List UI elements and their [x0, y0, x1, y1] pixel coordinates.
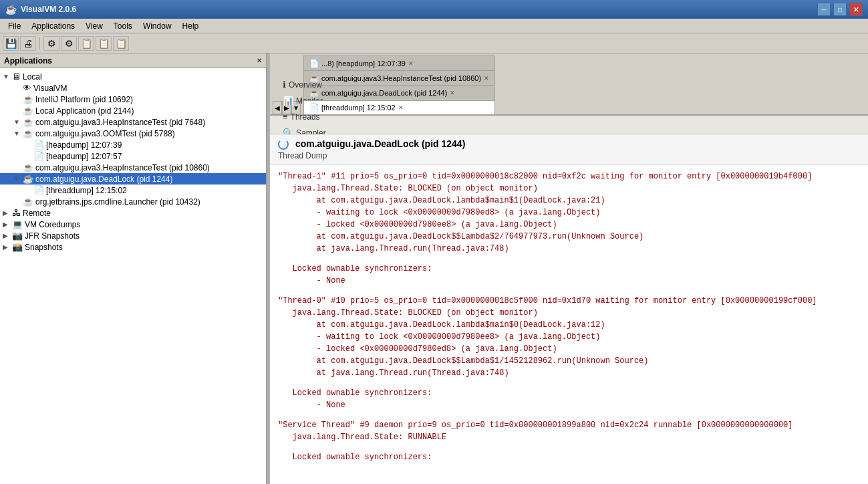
tree-item[interactable]: ▶💻VM Coredumps	[0, 219, 266, 230]
tree-node-label: Remote	[23, 209, 51, 218]
dump-line: - waiting to lock <0x00000000d7980ee8> (…	[278, 331, 860, 343]
tree-item[interactable]: 📄[heapdump] 12:07:57	[0, 150, 266, 162]
tab-heapdump_tab[interactable]: 📄...8) [heapdump] 12:07:39✕	[303, 55, 495, 70]
titlebar: ☕ VisualVM 2.0.6 ─ □ ✕	[0, 0, 868, 19]
tree-item[interactable]: 📄[threaddump] 12:15:02	[0, 185, 266, 196]
tree-item[interactable]: ▼☕com.atguigu.java3.OOMTest (pid 5788)	[0, 128, 266, 139]
menu-item-help[interactable]: Help	[177, 20, 204, 32]
tree-item[interactable]: ▶📷JFR Snapshots	[0, 230, 266, 241]
settings-button-2[interactable]: ⚙	[61, 36, 77, 51]
dump-line: Locked ownable synchronizers:	[278, 387, 860, 399]
menu-item-window[interactable]: Window	[138, 20, 177, 32]
tree-node-icon: 📄	[33, 140, 44, 150]
tree-toggle[interactable]: ▶	[3, 232, 12, 239]
tree-node-label: com.atguigu.java3.HeapInstanceTest (pid …	[35, 163, 210, 172]
subtab-icon-monitor: 📊	[283, 96, 293, 106]
print-button[interactable]: 🖨	[20, 36, 36, 51]
tree-toggle[interactable]: ▼	[3, 73, 12, 80]
tree-item[interactable]: 📄[heapdump] 12:07:39	[0, 139, 266, 150]
dump-line: at com.atguigu.java.DeadLock.lambda$main…	[278, 319, 860, 331]
tree-node-icon: 📄	[33, 151, 44, 161]
panel-header: Applications ✕	[0, 53, 266, 68]
clipboard-button-2[interactable]: 📋	[96, 36, 112, 51]
tree-item[interactable]: ▶📸Snapshots	[0, 241, 266, 253]
applications-tree[interactable]: ▼🖥Local 👁VisualVM ☕IntelliJ Platform (pi…	[0, 68, 266, 484]
toolbar-separator	[39, 37, 40, 49]
dump-label: Thread Dump	[278, 151, 860, 160]
tree-node-label: Local Application (pid 2144)	[35, 106, 134, 116]
tree-node-label: [heapdump] 12:07:57	[46, 152, 122, 161]
tab-icon: 📄	[309, 103, 319, 112]
thread-dump-header: com.atguigu.java.DeadLock (pid 1244) Thr…	[270, 134, 868, 165]
subtabs-row: ℹOverview📊Monitor≡Threads🔍Sampler🕐Profil…	[270, 116, 868, 134]
dump-line: at com.atguigu.java.DeadLock$$Lambda$2/7…	[278, 231, 860, 243]
tab-close-btn[interactable]: ✕	[484, 75, 489, 82]
dump-line: java.lang.Thread.State: BLOCKED (on obje…	[278, 183, 860, 195]
settings-button-1[interactable]: ⚙	[43, 36, 59, 51]
tree-toggle[interactable]: ▼	[13, 130, 23, 137]
clipboard-button-1[interactable]: 📋	[78, 36, 94, 51]
app-title: VisualVM 2.0.6	[21, 5, 817, 14]
maximize-button[interactable]: □	[833, 3, 847, 16]
clipboard-button-3[interactable]: 📋	[113, 36, 129, 51]
thread-dump-content[interactable]: "Thread-1" #11 prio=5 os_prio=0 tid=0x00…	[270, 165, 868, 484]
menu-item-applications[interactable]: Applications	[26, 20, 80, 32]
tab-threaddump_tab[interactable]: 📄[threaddump] 12:15:02✕	[303, 100, 495, 115]
tab-close-btn[interactable]: ✕	[450, 90, 455, 96]
blank-line	[278, 255, 860, 263]
tree-node-icon: 📸	[12, 242, 23, 252]
panel-close-icon[interactable]: ✕	[257, 57, 262, 64]
tree-toggle[interactable]: ▶	[3, 221, 12, 228]
save-button[interactable]: 💾	[3, 36, 19, 51]
tree-node-label: IntelliJ Platform (pid 10692)	[35, 95, 133, 104]
subtab-icon-overview: ℹ	[283, 80, 286, 90]
dump-line: Locked ownable synchronizers:	[278, 451, 860, 463]
dump-line: "Thread-1" #11 prio=5 os_prio=0 tid=0x00…	[278, 170, 860, 183]
tree-node-icon: ☕	[23, 197, 33, 207]
tree-node-label: [heapdump] 12:07:39	[46, 140, 122, 150]
app-process-name: com.atguigu.java.DeadLock (pid 1244)	[278, 138, 860, 150]
dump-line: java.lang.Thread.State: RUNNABLE	[278, 431, 860, 443]
tree-item[interactable]: ▼☕com.atguigu.java3.HeapInstanceTest (pi…	[0, 116, 266, 128]
tree-node-icon: ☕	[23, 117, 33, 127]
tree-item[interactable]: ☕com.atguigu.java3.HeapInstanceTest (pid…	[0, 162, 266, 173]
subtab-overview[interactable]: ℹOverview	[275, 77, 339, 93]
minimize-button[interactable]: ─	[817, 3, 831, 16]
app-icon: ☕	[5, 4, 17, 15]
blank-line	[278, 443, 860, 451]
dump-line: - None	[278, 275, 860, 287]
tree-node-icon: ☕	[23, 128, 33, 138]
menu-item-view[interactable]: View	[80, 20, 108, 32]
tree-node-icon: ☕	[23, 162, 33, 172]
tree-node-label: Local	[23, 72, 42, 82]
tree-item[interactable]: ☕Local Application (pid 2144)	[0, 105, 266, 116]
window-controls: ─ □ ✕	[817, 3, 863, 16]
tree-toggle[interactable]: ▼	[13, 118, 23, 126]
tab-close-btn[interactable]: ✕	[398, 104, 404, 111]
menu-item-file[interactable]: File	[3, 20, 26, 32]
tab-label: [threaddump] 12:15:02	[321, 104, 396, 112]
tree-node-icon: 👁	[23, 83, 31, 93]
tree-item[interactable]: ☕IntelliJ Platform (pid 10692)	[0, 94, 266, 105]
app-name-text: com.atguigu.java.DeadLock (pid 1244)	[295, 138, 465, 149]
dump-line: - waiting to lock <0x00000000d7980ed8> (…	[278, 207, 860, 219]
subtab-icon-threads: ≡	[283, 112, 288, 122]
tree-item[interactable]: ▼☕com.atguigu.java.DeadLock (pid 1244)	[0, 173, 266, 185]
tree-toggle[interactable]: ▶	[3, 209, 12, 217]
dump-line: "Thread-0" #10 prio=5 os_prio=0 tid=0x00…	[278, 295, 860, 307]
tree-toggle[interactable]: ▶	[3, 243, 12, 251]
menu-item-tools[interactable]: Tools	[108, 20, 138, 32]
tree-node-label: VM Coredumps	[25, 220, 80, 229]
tree-item[interactable]: ▶🖧Remote	[0, 207, 266, 219]
tab-close-btn[interactable]: ✕	[408, 60, 414, 67]
tree-toggle[interactable]: ▼	[13, 175, 23, 183]
tree-node-label: com.atguigu.java3.OOMTest (pid 5788)	[35, 129, 175, 138]
close-button[interactable]: ✕	[849, 3, 863, 16]
tree-node-label: [threaddump] 12:15:02	[46, 186, 127, 195]
dump-line: at java.lang.Thread.run(Thread.java:748)	[278, 367, 860, 379]
loading-icon	[278, 139, 289, 150]
tree-item[interactable]: 👁VisualVM	[0, 82, 266, 94]
tree-item[interactable]: ☕org.jetbrains.jps.cmdline.Launcher (pid…	[0, 196, 266, 207]
tree-item[interactable]: ▼🖥Local	[0, 71, 266, 82]
tree-node-icon: ☕	[23, 106, 33, 116]
